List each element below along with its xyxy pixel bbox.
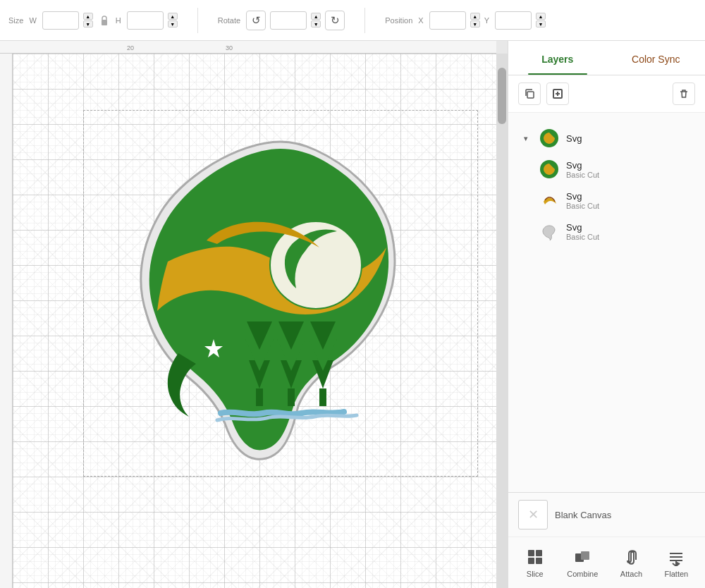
attach-icon	[621, 547, 641, 567]
canvas-grid[interactable]	[13, 54, 496, 588]
layer-name-3: Svg	[566, 222, 689, 233]
svg-rect-9	[288, 388, 295, 406]
width-down[interactable]: ▼	[83, 20, 93, 27]
group-thumb	[538, 127, 560, 149]
divider-2	[364, 8, 365, 33]
svg-rect-15	[527, 92, 534, 98]
group-name: Svg	[566, 133, 689, 144]
height-down[interactable]: ▼	[168, 20, 178, 27]
layer-type-3: Basic Cut	[566, 233, 689, 241]
svg-rect-5	[256, 388, 263, 406]
svg-rect-26	[536, 558, 542, 564]
position-group: Position X ▲ ▼ Y ▲ ▼	[385, 11, 546, 30]
rotate-down[interactable]: ▼	[311, 20, 321, 27]
layer-group-header[interactable]: ▾ Svg	[518, 123, 695, 154]
tab-layers[interactable]: Layers	[508, 41, 607, 75]
layer-name-1: Svg	[566, 160, 689, 171]
layer-info-2: Svg Basic Cut	[566, 191, 689, 210]
blank-canvas-row[interactable]: Blank Canvas	[508, 493, 705, 537]
svg-rect-0	[102, 20, 107, 25]
combine-label: Combine	[567, 570, 598, 578]
svg-rect-28	[581, 551, 589, 560]
scrollbar-thumb[interactable]	[498, 68, 506, 124]
layer-thumb-2	[538, 189, 560, 212]
ruler-horizontal: 20 30	[0, 41, 496, 54]
svg-rect-24	[536, 550, 542, 556]
combine-button[interactable]: Combine	[561, 544, 603, 581]
width-input[interactable]	[42, 11, 79, 30]
attach-label: Attach	[620, 570, 642, 578]
canvas-area[interactable]: 20 30	[0, 41, 508, 588]
bottom-panel: Blank Canvas Slice	[508, 492, 705, 588]
size-label: Size	[8, 16, 23, 25]
layer-type-2: Basic Cut	[566, 202, 689, 210]
layer-name-2: Svg	[566, 191, 689, 202]
main-area: 20 30	[0, 41, 705, 588]
ruler-mark-30: 30	[226, 44, 233, 51]
width-spinner[interactable]: ▲ ▼	[83, 13, 93, 27]
layer-info-1: Svg Basic Cut	[566, 160, 689, 179]
right-panel: Layers Color Sync	[508, 41, 705, 588]
layer-thumb-1	[538, 158, 560, 180]
rotate-input[interactable]	[270, 11, 307, 30]
y-spinner[interactable]: ▲ ▼	[536, 13, 546, 27]
layer-item-1[interactable]: Svg Basic Cut	[518, 154, 695, 185]
logo-svg	[97, 121, 464, 466]
panel-toolbar	[508, 75, 705, 113]
layer-info-3: Svg Basic Cut	[566, 222, 689, 241]
flatten-icon	[666, 547, 686, 567]
flatten-label: Flatten	[665, 570, 689, 578]
h-label: H	[116, 16, 121, 25]
height-up[interactable]: ▲	[168, 13, 178, 20]
position-label: Position	[385, 16, 412, 25]
tab-color-sync[interactable]: Color Sync	[607, 41, 706, 75]
svg-rect-25	[528, 558, 534, 564]
x-up[interactable]: ▲	[470, 13, 480, 20]
combine-icon	[572, 547, 592, 567]
y-input[interactable]	[495, 11, 532, 30]
svg-rect-23	[528, 550, 534, 556]
x-label: X	[418, 16, 423, 25]
copy-button[interactable]	[518, 82, 541, 105]
layer-item-3[interactable]: Svg Basic Cut	[518, 216, 695, 247]
logo-container[interactable]	[83, 110, 478, 477]
rotate-up[interactable]: ▲	[311, 13, 321, 20]
attach-button[interactable]: Attach	[615, 544, 648, 581]
bottom-actions: Slice Combine	[508, 537, 705, 588]
slice-button[interactable]: Slice	[520, 544, 551, 581]
x-spinner[interactable]: ▲ ▼	[470, 13, 480, 27]
delete-button[interactable]	[673, 82, 695, 105]
rotate-spinner[interactable]: ▲ ▼	[311, 13, 321, 27]
y-label: Y	[484, 16, 489, 25]
blank-canvas-label: Blank Canvas	[555, 510, 611, 520]
layers-list: ▾ Svg	[508, 113, 705, 492]
svg-rect-13	[319, 388, 326, 406]
rotate-group: Rotate ↺ ▲ ▼ ↻	[218, 11, 345, 30]
ruler-mark-20: 20	[127, 44, 134, 51]
scrollbar-vertical[interactable]	[496, 54, 508, 588]
rotate-ccw-button[interactable]: ↺	[246, 11, 266, 30]
main-toolbar: Size W ▲ ▼ H ▲ ▼ Rotate ↺ ▲ ▼ ↻ Pos	[0, 0, 705, 41]
y-up[interactable]: ▲	[536, 13, 546, 20]
rotate-label: Rotate	[218, 16, 240, 25]
flatten-button[interactable]: Flatten	[659, 544, 694, 581]
panel-tabs: Layers Color Sync	[508, 41, 705, 75]
blank-canvas-preview	[518, 500, 548, 529]
layer-item-2[interactable]: Svg Basic Cut	[518, 185, 695, 216]
slice-icon	[525, 547, 545, 567]
w-label: W	[29, 16, 36, 25]
height-input[interactable]	[127, 11, 164, 30]
lock-icon[interactable]	[97, 13, 111, 27]
group-info: Svg	[566, 133, 689, 144]
add-button[interactable]	[546, 82, 569, 105]
size-group: Size W ▲ ▼ H ▲ ▼	[8, 11, 178, 30]
x-input[interactable]	[429, 11, 466, 30]
height-spinner[interactable]: ▲ ▼	[168, 13, 178, 27]
layer-group: ▾ Svg	[508, 118, 705, 251]
chevron-icon: ▾	[524, 135, 532, 142]
slice-label: Slice	[527, 570, 544, 578]
x-down[interactable]: ▼	[470, 20, 480, 27]
rotate-cw-button[interactable]: ↻	[325, 11, 345, 30]
y-down[interactable]: ▼	[536, 20, 546, 27]
width-up[interactable]: ▲	[83, 13, 93, 20]
